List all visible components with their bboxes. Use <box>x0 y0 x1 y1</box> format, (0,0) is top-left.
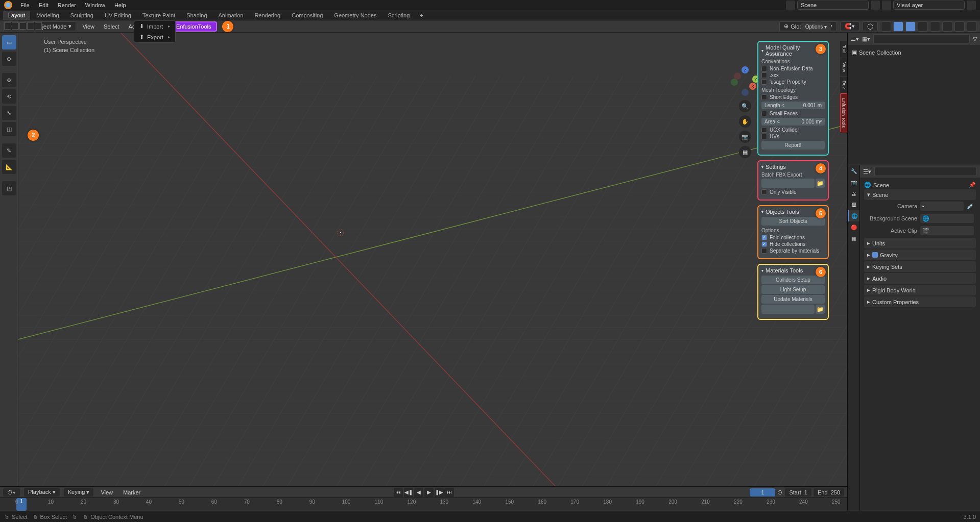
nav-gizmo[interactable]: Z Y X <box>730 66 760 97</box>
shading-solid[interactable] <box>942 21 952 32</box>
clock-icon[interactable]: ⏲ <box>777 489 783 495</box>
sec-units[interactable]: ▸Units <box>864 238 976 248</box>
outliner-root[interactable]: ▣Scene Collection <box>852 48 976 57</box>
pan-icon[interactable]: ✋ <box>739 115 751 128</box>
tool-annotate[interactable]: ✎ <box>2 143 16 158</box>
sec-rigid[interactable]: ▸Rigid Body World <box>864 285 976 295</box>
chk-small-faces[interactable] <box>761 111 767 116</box>
outliner-type-icon[interactable]: ☰▾ <box>851 36 859 42</box>
tab-texture-paint[interactable]: Texture Paint <box>137 11 180 20</box>
visibility-dropdown[interactable] <box>881 21 891 32</box>
chk-non-enfusion[interactable] <box>761 66 767 71</box>
btn-light[interactable]: Light Setup <box>761 285 825 294</box>
chk-fold[interactable] <box>761 235 767 240</box>
gizmo-toggle[interactable] <box>893 21 903 32</box>
sec-audio[interactable]: ▸Audio <box>864 273 976 284</box>
outliner-search[interactable] <box>873 34 970 43</box>
view-options-button[interactable]: Options ▾ <box>801 22 831 31</box>
timeline-marker[interactable]: Marker <box>120 488 144 496</box>
materials-title[interactable]: Materials Tools <box>766 267 803 274</box>
timeline-type-icon[interactable]: ⏱▾ <box>3 488 20 496</box>
tool-rotate[interactable]: ⟲ <box>2 89 16 104</box>
menu-render[interactable]: Render <box>54 1 80 10</box>
objects-title[interactable]: Objects Tools <box>766 209 799 215</box>
next-key-icon[interactable]: ❚▶ <box>435 488 444 497</box>
sec-scene[interactable]: ▾Scene <box>864 189 976 200</box>
menu-window[interactable]: Window <box>81 1 109 10</box>
tab-uv-editing[interactable]: UV Editing <box>100 11 136 20</box>
pin-icon[interactable]: 📌 <box>969 182 976 188</box>
tool-measure[interactable]: 📐 <box>2 160 16 174</box>
sel-face[interactable] <box>19 22 27 30</box>
pt-viewlayer[interactable]: 🖼 <box>848 199 859 210</box>
tool-cursor[interactable]: ⊕ <box>2 52 16 66</box>
vtab-view[interactable]: View <box>840 58 847 76</box>
playback-menu[interactable]: Playback ▾ <box>24 488 60 496</box>
prev-key-icon[interactable]: ◀❚ <box>404 488 413 497</box>
tab-animation[interactable]: Animation <box>213 11 249 20</box>
sel-edge[interactable] <box>12 22 19 30</box>
tab-sculpting[interactable]: Sculpting <box>65 11 99 20</box>
start-frame[interactable]: Start 1 <box>785 488 811 496</box>
menu-edit[interactable]: Edit <box>35 1 53 10</box>
shading-wireframe[interactable] <box>930 21 940 32</box>
xray-toggle[interactable] <box>918 21 928 32</box>
current-frame[interactable]: 1 <box>750 488 775 496</box>
field-area[interactable]: Area <0.001 m² <box>761 118 825 126</box>
pt-output[interactable]: 🖨 <box>848 188 859 199</box>
tool-transform[interactable]: ◫ <box>2 122 16 136</box>
sec-gravity[interactable]: ▸Gravity <box>864 250 976 260</box>
overlays-toggle[interactable] <box>905 21 916 32</box>
scene-breadcrumb[interactable]: 🌐Scene📌 <box>864 181 976 189</box>
batch-path-input[interactable] <box>761 179 815 188</box>
chk-usage[interactable] <box>761 79 767 85</box>
filter-icon[interactable]: ▽ <box>973 36 977 42</box>
zoom-icon[interactable]: 🔍 <box>739 100 751 112</box>
tool-select-box[interactable]: ▭ <box>2 35 16 49</box>
viewlayer-browse-icon[interactable] <box>967 1 976 10</box>
proportional-toggle[interactable]: ◯ <box>863 21 878 31</box>
axis-nx[interactable] <box>734 72 741 80</box>
chk-gravity[interactable] <box>872 252 878 258</box>
pt-scene[interactable]: 🌐 <box>848 210 859 221</box>
btn-colliders[interactable]: Colliders Setup <box>761 276 825 284</box>
tab-rendering[interactable]: Rendering <box>249 11 285 20</box>
tab-geometry-nodes[interactable]: Geometry Nodes <box>329 11 381 20</box>
chk-separate[interactable] <box>761 248 767 254</box>
enfusion-tools-menu[interactable]: EnfusionTools <box>170 21 218 32</box>
jump-start-icon[interactable]: ⏮ <box>394 488 403 497</box>
pt-tool[interactable]: 🔧 <box>848 165 859 177</box>
end-frame[interactable]: End 250 <box>814 488 844 496</box>
axis-z[interactable]: Z <box>742 66 749 73</box>
axis-x[interactable]: X <box>749 83 756 90</box>
sel-vertex[interactable] <box>4 22 11 30</box>
play-icon[interactable]: ▶ <box>424 488 434 497</box>
chk-xxx[interactable] <box>761 72 767 78</box>
chk-ucx[interactable] <box>761 127 767 133</box>
scene-name-field[interactable]: Scene <box>797 1 869 10</box>
outliner-display-icon[interactable]: ▦▾ <box>862 36 870 42</box>
btn-update-mats[interactable]: Update Materials <box>761 295 825 304</box>
props-type-icon[interactable]: ☰▾ <box>863 168 871 175</box>
dropdown-export[interactable]: ⬆Export▸ <box>134 32 175 42</box>
menu-help[interactable]: Help <box>110 1 130 10</box>
timeline-view[interactable]: View <box>98 488 116 496</box>
axis-nz[interactable] <box>742 89 749 96</box>
chk-hide[interactable] <box>761 241 767 247</box>
camera-field[interactable]: ▪ <box>920 202 964 211</box>
tab-layout[interactable]: Layout <box>3 11 30 20</box>
snap-toggle[interactable]: 🧲▾ <box>840 21 859 31</box>
menu-file[interactable]: File <box>16 1 34 10</box>
tab-modeling[interactable]: Modeling <box>31 11 64 20</box>
btn-sort-objects[interactable]: Sort Objects <box>761 217 825 226</box>
shading-rendered[interactable] <box>967 21 977 32</box>
perspective-icon[interactable]: ▦ <box>739 146 751 158</box>
tab-add[interactable]: + <box>416 11 427 20</box>
folder-icon[interactable]: 📁 <box>816 179 825 188</box>
scene-browse-icon[interactable] <box>871 1 880 10</box>
chk-uvs[interactable] <box>761 134 767 139</box>
bgscene-field[interactable]: 🌐 <box>920 214 974 223</box>
tool-add-cube[interactable]: ◳ <box>2 181 16 195</box>
chk-short-edges[interactable] <box>761 94 767 100</box>
tool-move[interactable]: ✥ <box>2 73 16 87</box>
